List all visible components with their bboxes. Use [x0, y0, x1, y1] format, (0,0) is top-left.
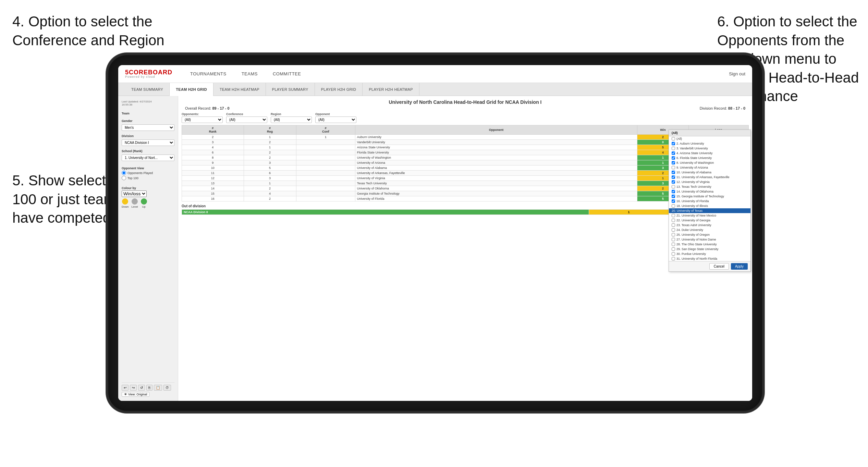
dropdown-item[interactable]: 20. University of Texas — [669, 208, 750, 213]
colour-dots: Down Level Up — [122, 198, 174, 208]
dropdown-item[interactable]: 6. Florida State University — [669, 156, 750, 160]
cell-reg: 3 — [244, 160, 296, 165]
subnav-team-summary[interactable]: TEAM SUMMARY — [125, 83, 170, 96]
radio-top100[interactable]: Top 100 — [122, 176, 174, 180]
subnav-team-h2h-grid[interactable]: TEAM H2H GRID — [170, 83, 213, 96]
cell-opponent: Texas Tech University — [355, 181, 637, 186]
apply-button[interactable]: Apply — [731, 263, 748, 270]
dropdown-item[interactable]: 2. Auburn University — [669, 141, 750, 146]
dropdown-item[interactable]: 27. University of Notre Dame — [669, 237, 750, 242]
team-control: Team — [122, 112, 174, 116]
redo-btn[interactable]: ↪ — [130, 385, 137, 391]
view-original-btn[interactable]: 👁 View: Original — [122, 392, 149, 397]
dropdown-item[interactable]: (All) — [669, 136, 750, 141]
nav-right[interactable]: Sign out — [729, 71, 745, 76]
cell-rank: 2 — [182, 135, 244, 140]
cell-rank: 4 — [182, 145, 244, 150]
gender-select[interactable]: Men's — [122, 124, 174, 131]
table-row: 3 2 Vanderbilt University 0 4 — [182, 140, 749, 145]
cell-reg: 1 — [244, 145, 296, 150]
cell-reg: 2 — [244, 186, 296, 191]
opponents-filter-select[interactable]: (All) — [182, 116, 223, 123]
cell-conf — [296, 181, 355, 186]
col-conf: #Conf — [296, 125, 355, 135]
table-row: 13 1 Texas Tech University 3 0 — [182, 181, 749, 186]
dropdown-item[interactable]: 21. University of New Mexico — [669, 213, 750, 218]
dropdown-item[interactable]: 13. Texas Tech University — [669, 184, 750, 189]
dropdown-item[interactable]: 24. Duke University — [669, 228, 750, 232]
cell-reg: 2 — [244, 196, 296, 201]
right-content: University of North Carolina Head-to-Hea… — [178, 96, 752, 401]
conference-filter-select[interactable]: (All) — [226, 116, 267, 123]
nav-tournaments[interactable]: TOURNAMENTS — [183, 65, 234, 83]
opponent-filter-select[interactable]: (All) — [315, 116, 356, 123]
cell-rank: 3 — [182, 140, 244, 145]
main-content: Last Updated: 4/27/2024 16:55:38 Team Ge… — [118, 96, 752, 401]
cancel-button[interactable]: Cancel — [709, 263, 729, 270]
col-rank: #Rank — [182, 125, 244, 135]
down-dot — [122, 198, 128, 205]
school-select[interactable]: 1. University of Nort... — [122, 155, 174, 161]
division-select[interactable]: NCAA Division I — [122, 139, 174, 146]
cell-conf — [296, 150, 355, 155]
dropdown-item[interactable]: 23. Texas A&M University — [669, 223, 750, 228]
cell-reg: 1 — [244, 181, 296, 186]
nav-committee[interactable]: COMMITTEE — [265, 65, 309, 83]
cell-reg: 2 — [244, 140, 296, 145]
overall-record: Overall Record: 89 - 17 - 0 — [185, 106, 230, 110]
cell-rank: 16 — [182, 196, 244, 201]
opponent-dropdown-overlay[interactable]: (All) (All) 2. Auburn University 3. Vand… — [669, 130, 751, 272]
undo-btn[interactable]: ↩ — [122, 385, 129, 391]
dropdown-item[interactable]: 30. Purdue University — [669, 251, 750, 256]
dropdown-item[interactable]: 10. University of Alabama — [669, 170, 750, 175]
dropdown-item[interactable]: 28. The Ohio State University — [669, 242, 750, 247]
colour-select[interactable]: Win/loss — [122, 191, 147, 197]
dropdown-item[interactable]: 22. University of Georgia — [669, 218, 750, 223]
paste-btn[interactable]: 📋 — [154, 385, 162, 391]
copy-btn[interactable]: ⎘ — [146, 385, 152, 391]
subnav-player-h2h-heatmap[interactable]: PLAYER H2H HEATMAP — [363, 83, 419, 96]
dropdown-item[interactable]: 12. University of Virginia — [669, 180, 750, 184]
table-row: 9 3 University of Arizona 1 0 — [182, 160, 749, 165]
clock-btn[interactable]: ⏱ — [163, 385, 171, 391]
colour-up: Up — [141, 198, 147, 208]
left-panel: Last Updated: 4/27/2024 16:55:38 Team Ge… — [118, 96, 178, 401]
school-control: School (Rank) 1. University of Nort... — [122, 149, 174, 161]
cell-conf — [296, 155, 355, 160]
subnav-player-h2h-grid[interactable]: PLAYER H2H GRID — [315, 83, 363, 96]
dropdown-item[interactable]: 15. Georgia Institute of Technology — [669, 194, 750, 199]
dropdown-item[interactable]: 11. University of Arkansas, Fayetteville — [669, 175, 750, 180]
subnav-player-summary[interactable]: PLAYER SUMMARY — [266, 83, 315, 96]
reset-btn[interactable]: ↺ — [138, 385, 145, 391]
dropdown-item[interactable]: 18. University of Illinois — [669, 204, 750, 208]
dropdown-item[interactable]: 3. Vanderbilt University — [669, 146, 750, 151]
dropdown-item[interactable]: 9. University of Arizona — [669, 165, 750, 170]
tablet-frame: 5COREBOARD Powered by cloud TOURNAMENTS … — [106, 53, 764, 413]
subnav-team-h2h-heatmap[interactable]: TEAM H2H HEATMAP — [213, 83, 266, 96]
dropdown-item[interactable]: 31. University of North Florida — [669, 256, 750, 261]
dropdown-item[interactable]: 29. San Diego State University — [669, 247, 750, 251]
cell-opponent: Auburn University — [355, 135, 637, 140]
dropdown-item[interactable]: 16. University of Florida — [669, 199, 750, 204]
dropdown-item[interactable]: 25. University of Oregon — [669, 232, 750, 237]
table-row: 2 1 1 Auburn University 2 1 — [182, 135, 749, 140]
colour-down: Down — [122, 198, 129, 208]
sub-navbar: TEAM SUMMARY TEAM H2H GRID TEAM H2H HEAT… — [118, 83, 752, 96]
table-row: 14 2 University of Oklahoma 2 2 — [182, 186, 749, 191]
nav-teams[interactable]: TEAMS — [234, 65, 265, 83]
cell-rank: 15 — [182, 191, 244, 196]
opponent-filter-group: Opponent (All) — [315, 112, 356, 123]
col-reg: #Reg — [244, 125, 296, 135]
dropdown-item[interactable]: 4. Arizona State University — [669, 151, 750, 156]
cell-conf — [296, 165, 355, 171]
dropdown-item[interactable]: 14. University of Oklahoma — [669, 189, 750, 194]
division-record: Division Record: 88 - 17 - 0 — [700, 106, 745, 110]
record-row: Overall Record: 89 - 17 - 0 Division Rec… — [182, 106, 749, 110]
cell-conf — [296, 160, 355, 165]
radio-opponents-played[interactable]: Opponents Played — [122, 171, 174, 175]
table-row: NCAA Division II 1 0 — [182, 210, 749, 215]
dropdown-items-list: (All) 2. Auburn University 3. Vanderbilt… — [669, 136, 750, 261]
dropdown-item[interactable]: 8. University of Washington — [669, 160, 750, 165]
region-filter-select[interactable]: (All) — [271, 116, 312, 123]
out-win: 1 — [589, 210, 669, 215]
